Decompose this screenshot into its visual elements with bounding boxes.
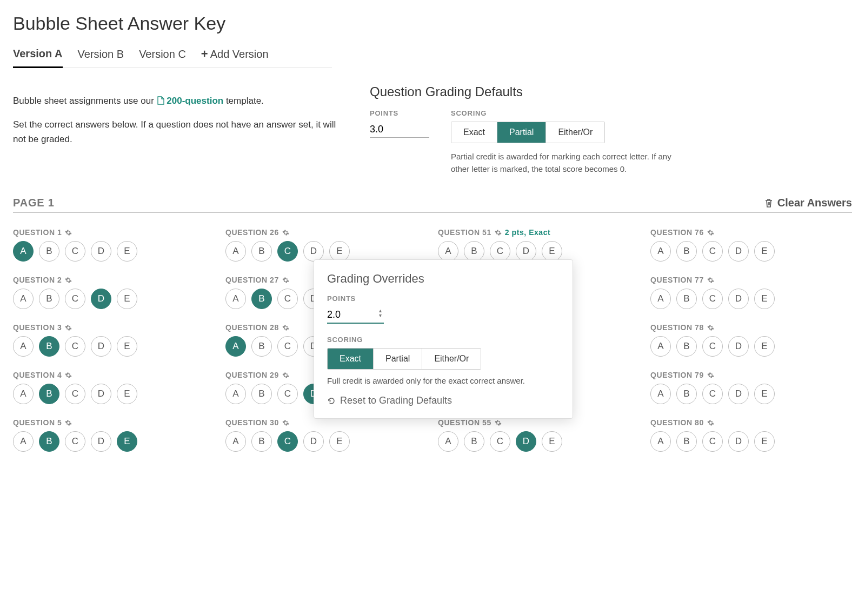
bubble-A[interactable]: A (225, 336, 246, 357)
gear-icon[interactable] (282, 277, 289, 284)
points-input[interactable] (370, 122, 429, 138)
bubble-E[interactable]: E (542, 431, 562, 452)
gear-icon[interactable] (65, 229, 72, 236)
bubble-B[interactable]: B (251, 289, 272, 309)
bubble-A[interactable]: A (650, 336, 671, 357)
bubble-D[interactable]: D (303, 431, 324, 452)
bubble-B[interactable]: B (39, 289, 59, 309)
bubble-C[interactable]: C (65, 336, 85, 357)
gear-icon[interactable] (707, 372, 714, 379)
bubble-A[interactable]: A (438, 241, 458, 262)
gear-icon[interactable] (495, 229, 502, 236)
bubble-D[interactable]: D (728, 289, 749, 309)
bubble-A[interactable]: A (13, 431, 34, 452)
gear-icon[interactable] (65, 419, 72, 426)
bubble-B[interactable]: B (676, 431, 697, 452)
scoring-partial[interactable]: Partial (497, 122, 546, 143)
gear-icon[interactable] (65, 372, 72, 379)
bubble-D[interactable]: D (91, 384, 111, 404)
bubble-C[interactable]: C (702, 241, 723, 262)
gear-icon[interactable] (495, 419, 502, 426)
bubble-D[interactable]: D (728, 384, 749, 404)
bubble-C[interactable]: C (490, 241, 510, 262)
tab-version-b[interactable]: Version B (78, 48, 124, 67)
bubble-D[interactable]: D (728, 431, 749, 452)
bubble-C[interactable]: C (65, 241, 85, 262)
gear-icon[interactable] (707, 419, 714, 426)
bubble-E[interactable]: E (542, 241, 562, 262)
bubble-B[interactable]: B (251, 384, 272, 404)
template-link[interactable]: 200-question (157, 96, 224, 106)
bubble-A[interactable]: A (225, 241, 246, 262)
bubble-B[interactable]: B (676, 241, 697, 262)
gear-icon[interactable] (65, 324, 72, 331)
add-version-button[interactable]: +Add Version (201, 47, 269, 68)
bubble-C[interactable]: C (277, 336, 298, 357)
bubble-A[interactable]: A (650, 384, 671, 404)
bubble-C[interactable]: C (65, 384, 85, 404)
gear-icon[interactable] (282, 419, 289, 426)
bubble-B[interactable]: B (251, 336, 272, 357)
bubble-D[interactable]: D (516, 241, 536, 262)
bubble-D[interactable]: D (91, 336, 111, 357)
gear-icon[interactable] (707, 229, 714, 236)
bubble-D[interactable]: D (91, 289, 111, 309)
bubble-C[interactable]: C (702, 336, 723, 357)
bubble-E[interactable]: E (117, 241, 137, 262)
bubble-B[interactable]: B (39, 336, 59, 357)
bubble-E[interactable]: E (117, 336, 137, 357)
bubble-E[interactable]: E (754, 336, 775, 357)
bubble-B[interactable]: B (251, 431, 272, 452)
bubble-B[interactable]: B (676, 384, 697, 404)
gear-icon[interactable] (65, 277, 72, 284)
bubble-B[interactable]: B (39, 241, 59, 262)
bubble-C[interactable]: C (490, 431, 510, 452)
bubble-D[interactable]: D (91, 241, 111, 262)
bubble-C[interactable]: C (277, 431, 298, 452)
gear-icon[interactable] (282, 324, 289, 331)
tab-version-a[interactable]: Version A (13, 48, 63, 68)
bubble-A[interactable]: A (13, 241, 34, 262)
popover-scoring-partial[interactable]: Partial (374, 349, 422, 369)
bubble-D[interactable]: D (728, 336, 749, 357)
bubble-C[interactable]: C (65, 431, 85, 452)
scoring-exact[interactable]: Exact (451, 122, 497, 143)
tab-version-c[interactable]: Version C (139, 48, 186, 67)
gear-icon[interactable] (707, 324, 714, 331)
bubble-D[interactable]: D (728, 241, 749, 262)
bubble-A[interactable]: A (650, 431, 671, 452)
bubble-C[interactable]: C (65, 289, 85, 309)
bubble-A[interactable]: A (438, 431, 458, 452)
bubble-B[interactable]: B (39, 431, 59, 452)
clear-answers-button[interactable]: Clear Answers (764, 197, 852, 209)
bubble-C[interactable]: C (702, 384, 723, 404)
bubble-A[interactable]: A (650, 241, 671, 262)
bubble-C[interactable]: C (277, 384, 298, 404)
bubble-C[interactable]: C (702, 431, 723, 452)
bubble-E[interactable]: E (329, 241, 350, 262)
bubble-D[interactable]: D (303, 241, 324, 262)
stepper-arrows[interactable]: ▴▾ (379, 308, 382, 318)
bubble-E[interactable]: E (754, 289, 775, 309)
bubble-A[interactable]: A (225, 431, 246, 452)
bubble-A[interactable]: A (225, 289, 246, 309)
bubble-C[interactable]: C (702, 289, 723, 309)
bubble-C[interactable]: C (277, 241, 298, 262)
bubble-A[interactable]: A (13, 384, 34, 404)
bubble-B[interactable]: B (251, 241, 272, 262)
popover-points-input[interactable] (327, 307, 384, 324)
reset-to-defaults-button[interactable]: Reset to Grading Defaults (327, 395, 560, 406)
bubble-A[interactable]: A (225, 384, 246, 404)
gear-icon[interactable] (707, 277, 714, 284)
bubble-E[interactable]: E (329, 431, 350, 452)
bubble-E[interactable]: E (754, 241, 775, 262)
bubble-E[interactable]: E (754, 431, 775, 452)
bubble-D[interactable]: D (516, 431, 536, 452)
gear-icon[interactable] (282, 229, 289, 236)
bubble-B[interactable]: B (39, 384, 59, 404)
gear-icon[interactable] (282, 372, 289, 379)
bubble-B[interactable]: B (676, 336, 697, 357)
bubble-B[interactable]: B (676, 289, 697, 309)
bubble-A[interactable]: A (13, 336, 34, 357)
bubble-E[interactable]: E (117, 289, 137, 309)
